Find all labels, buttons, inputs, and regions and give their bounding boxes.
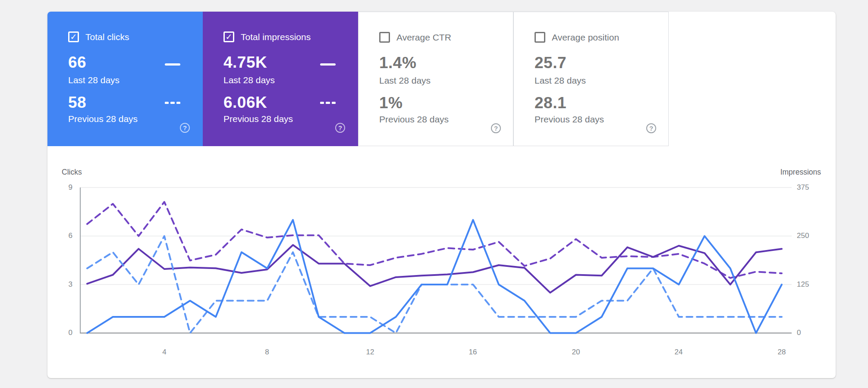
previous-period-label: Previous 28 days — [68, 114, 138, 124]
card-title: Average CTR — [396, 32, 451, 43]
card-average-ctr[interactable]: Average CTR 1.4% Last 28 days 1% Previou… — [358, 12, 513, 146]
card-header: ✓ Total clicks — [68, 31, 129, 42]
previous-value: 6.06K — [223, 94, 267, 112]
dashed-line-legend-icon — [320, 102, 336, 104]
card-header: Average position — [535, 32, 619, 43]
card-title: Total impressions — [241, 32, 311, 42]
current-value: 25.7 — [535, 54, 566, 72]
card-header: ✓ Total impressions — [223, 31, 311, 42]
current-value: 4.75K — [223, 53, 267, 72]
previous-period-label: Previous 28 days — [223, 114, 293, 124]
x-axis-tick: 8 — [254, 348, 280, 357]
right-axis-tick: 0 — [797, 328, 822, 338]
checkmark-icon: ✓ — [226, 33, 233, 41]
left-axis-title: Clicks — [62, 168, 82, 177]
help-icon[interactable]: ? — [180, 123, 190, 133]
right-axis-tick: 250 — [797, 231, 822, 241]
average-position-checkbox[interactable] — [535, 32, 545, 43]
card-total-impressions[interactable]: ✓ Total impressions 4.75K Last 28 days 6… — [203, 12, 358, 146]
current-period-label: Last 28 days — [223, 75, 275, 85]
card-header: Average CTR — [379, 32, 451, 43]
x-axis-tick: 28 — [769, 348, 795, 357]
solid-line-legend-icon — [165, 63, 180, 66]
right-axis-tick: 375 — [797, 183, 822, 192]
search-console-performance-page: { "cards": [ { "label": "Total clicks", … — [0, 0, 868, 388]
x-axis-tick: 20 — [563, 348, 589, 357]
x-axis-tick: 4 — [151, 348, 177, 357]
average-ctr-checkbox[interactable] — [379, 32, 390, 43]
total-impressions-checkbox[interactable]: ✓ — [223, 31, 234, 42]
card-total-clicks[interactable]: ✓ Total clicks 66 Last 28 days 58 Previo… — [47, 12, 203, 146]
previous-period-label: Previous 28 days — [379, 114, 449, 125]
x-axis-tick: 12 — [357, 348, 383, 357]
dashed-line-legend-icon — [165, 102, 180, 104]
card-title: Total clicks — [85, 32, 129, 42]
current-period-label: Last 28 days — [68, 75, 120, 85]
left-axis-tick: 6 — [47, 231, 72, 241]
current-value: 66 — [68, 53, 86, 72]
right-axis-title: Impressions — [780, 168, 821, 177]
help-icon[interactable]: ? — [335, 123, 345, 133]
current-period-label: Last 28 days — [535, 75, 586, 86]
card-title: Average position — [552, 32, 619, 43]
checkmark-icon: ✓ — [70, 33, 77, 41]
metric-cards-row: ✓ Total clicks 66 Last 28 days 58 Previo… — [47, 12, 836, 146]
series-impressions-current — [87, 245, 782, 293]
performance-line-chart — [80, 184, 792, 336]
current-period-label: Last 28 days — [379, 75, 431, 86]
current-value: 1.4% — [379, 54, 416, 72]
x-axis-tick: 16 — [460, 348, 486, 357]
help-icon[interactable]: ? — [491, 123, 501, 133]
total-clicks-checkbox[interactable]: ✓ — [68, 31, 79, 42]
help-icon[interactable]: ? — [646, 123, 656, 133]
x-axis-tick: 24 — [666, 348, 692, 357]
previous-value: 28.1 — [535, 94, 566, 112]
left-axis-tick: 3 — [47, 280, 72, 289]
chart-series-layer — [87, 202, 782, 333]
previous-value: 58 — [68, 94, 86, 112]
previous-period-label: Previous 28 days — [535, 114, 604, 125]
solid-line-legend-icon — [320, 63, 336, 66]
series-impressions-previous — [87, 202, 782, 278]
left-axis-tick: 9 — [47, 183, 72, 192]
left-axis-tick: 0 — [47, 328, 72, 338]
right-axis-tick: 125 — [797, 280, 822, 289]
previous-value: 1% — [379, 94, 403, 112]
card-average-position[interactable]: Average position 25.7 Last 28 days 28.1 … — [513, 12, 669, 146]
performance-panel: ✓ Total clicks 66 Last 28 days 58 Previo… — [47, 12, 836, 378]
